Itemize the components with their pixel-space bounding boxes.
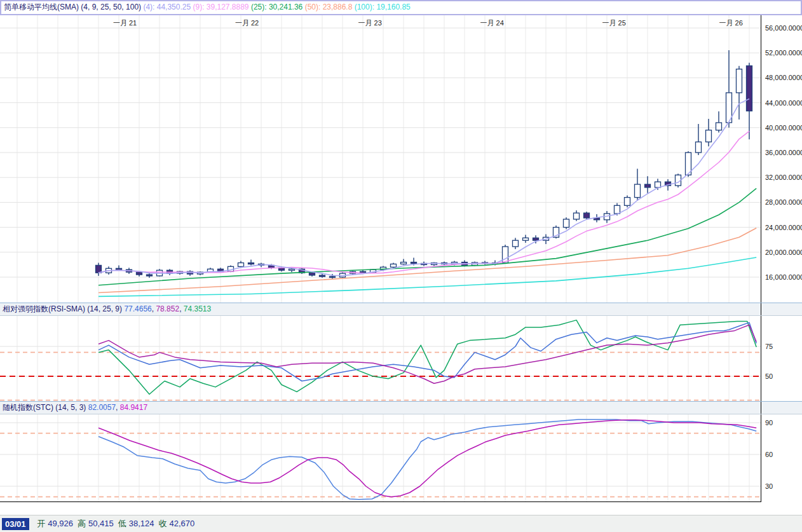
candle-body (574, 213, 580, 219)
date-label: 一月 23 (358, 19, 382, 27)
series-line (99, 322, 756, 381)
price-chart-panel[interactable]: 一月 21一月 22一月 23一月 24一月 25一月 2656,000.000… (0, 15, 802, 303)
ohlc-status-bar: 03/01 开49,926高50,415低38,124收42,670 (0, 515, 802, 532)
candlestick[interactable] (401, 259, 407, 265)
candlestick[interactable] (706, 119, 712, 146)
axis-tick-label: 52,000.0000 (765, 49, 802, 57)
candle-body (137, 272, 142, 275)
candlestick[interactable] (716, 111, 722, 132)
candlestick[interactable] (635, 169, 641, 201)
axis-tick-label: 56,000.0000 (765, 24, 802, 32)
date-label: 一月 25 (602, 19, 626, 27)
series-line (99, 325, 756, 383)
ohlc-value: 49,926 (48, 519, 73, 528)
rsi-indicator-label: 相对强弱指数(RSI-SMA) (14, 25, 9) (3, 304, 122, 313)
indicator-value: (9): 39,127.8889 (193, 3, 248, 11)
axis-tick-label: 16,000.0000 (765, 273, 802, 281)
candle-body (96, 265, 102, 273)
candle-body (645, 184, 651, 188)
candlestick[interactable] (686, 151, 691, 177)
indicator-value: 74.3513 (184, 304, 211, 313)
axis-tick-label: 32,000.0000 (765, 174, 802, 181)
candlestick[interactable] (187, 270, 193, 276)
candle-body (625, 198, 630, 206)
candle-body (655, 182, 661, 188)
axis-tick-label: 24,000.0000 (765, 224, 802, 231)
axis-tick-label: 20,000.0000 (765, 249, 802, 256)
rsi-indicator-bar[interactable]: 相对强弱指数(RSI-SMA) (14, 25, 9) 77.4656, 78.… (0, 303, 802, 316)
candlestick[interactable] (116, 265, 122, 270)
rsi-values: 77.4656, 78.852, 74.3513 (124, 304, 211, 313)
series-line (99, 188, 756, 285)
candle-body (116, 268, 122, 269)
candle-body (320, 275, 325, 276)
ohlc-label: 收 (158, 519, 167, 528)
candlestick[interactable] (625, 196, 630, 208)
candlestick[interactable] (645, 176, 651, 193)
date-label: 一月 24 (480, 19, 504, 27)
candle-body (584, 213, 590, 218)
indicator-value: (100): 19,160.85 (355, 3, 411, 11)
candle-body (747, 66, 752, 111)
date-label: 一月 26 (719, 19, 743, 27)
candle-body (533, 238, 539, 240)
indicator-value: 77.4656 (124, 304, 151, 313)
candle-body (503, 247, 508, 263)
candlestick[interactable] (482, 261, 488, 265)
candlestick[interactable] (696, 124, 702, 155)
sma-indicator-bar[interactable]: 简单移动平均线(SMA) (4, 9, 25, 50, 100) (4): 44… (0, 0, 802, 15)
axis-tick-label: 50 (765, 372, 773, 380)
candle-body (147, 275, 153, 276)
series-line (99, 419, 756, 500)
ohlc-value: 42,670 (169, 519, 194, 528)
candlestick[interactable] (513, 238, 519, 249)
candle-body (635, 184, 641, 198)
axis-line (761, 402, 761, 414)
date-label: 一月 22 (235, 19, 259, 27)
series-line (99, 420, 756, 497)
candlestick[interactable] (96, 263, 102, 276)
candle-body (737, 69, 742, 93)
indicator-value: 78.852 (156, 304, 179, 313)
candlestick[interactable] (523, 235, 529, 243)
candle-body (696, 142, 702, 153)
indicator-value: (4): 44,350.25 (143, 3, 191, 11)
indicator-value: 82.0057 (88, 403, 116, 412)
candle-body (391, 264, 397, 267)
sma-values: (4): 44,350.25 (9): 39,127.8889 (25): 30… (143, 3, 410, 11)
stc-indicator-bar[interactable]: 随机指数(STC) (14, 5, 3) 82.0057, 84.9417 (0, 401, 802, 414)
axis-tick-label: 28,000.0000 (765, 198, 802, 206)
ohlc-label: 开 (37, 519, 45, 528)
ohlc-label: 低 (118, 519, 126, 528)
axis-tick-label: 60 (765, 451, 773, 458)
ohlc-value: 50,415 (88, 519, 114, 528)
candle-body (289, 269, 295, 270)
candlestick[interactable] (737, 66, 742, 119)
axis-line (761, 303, 761, 315)
candle-body (411, 263, 417, 264)
candlestick[interactable] (432, 263, 437, 266)
candle-body (564, 219, 569, 228)
ohlc-fields: 开49,926高50,415低38,124收42,670 (37, 519, 199, 528)
candle-body (513, 240, 519, 247)
candlestick[interactable] (574, 210, 580, 221)
axis-tick-label: 75 (765, 343, 773, 350)
candle-body (309, 273, 315, 275)
candlestick[interactable] (564, 217, 569, 229)
stc-indicator-label: 随机指数(STC) (14, 5, 3) (3, 403, 86, 412)
indicator-value: (25): 30,241.36 (251, 3, 302, 11)
candle-body (248, 263, 254, 264)
panel-gap (0, 502, 802, 515)
stc-chart-panel[interactable]: 906030 (0, 414, 802, 502)
candle-body (238, 263, 244, 267)
candlestick[interactable] (726, 50, 732, 128)
candlestick[interactable] (248, 260, 254, 266)
axis-tick-label: 36,000.0000 (765, 149, 802, 156)
indicator-value: (50): 23,886.8 (305, 3, 353, 11)
candle-body (716, 123, 722, 130)
indicator-value: 84.9417 (120, 403, 147, 412)
candlestick[interactable] (604, 211, 610, 223)
axis-tick-label: 48,000.0000 (765, 74, 802, 81)
candle-body (615, 205, 620, 214)
rsi-chart-panel[interactable]: 7550 (0, 316, 802, 401)
